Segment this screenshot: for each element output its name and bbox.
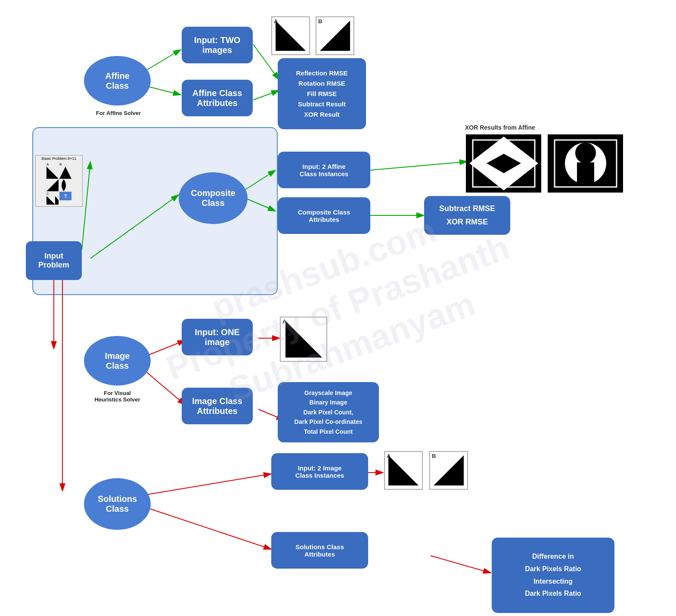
image-a-top: A — [271, 16, 310, 55]
affine-attributes-result-box: Reflection RMSE Rotation RMSE Fill RMSE … — [278, 58, 366, 129]
image-b-top: B — [316, 16, 354, 55]
svg-point-38 — [575, 143, 596, 163]
svg-marker-26 — [47, 196, 55, 205]
subtract-xor-rmse-box: Subtract RMSE XOR RMSE — [424, 196, 510, 235]
image-a-single: A — [280, 317, 327, 362]
solutions-class-attributes-box: Solutions Class Attributes — [271, 532, 368, 569]
affine-class-box: Affine Class — [84, 56, 151, 106]
image-a-bottom: A — [384, 451, 423, 490]
input-problem-box: Input Problem — [26, 241, 82, 280]
affine-class-attributes-box: Affine Class Attributes — [182, 80, 253, 116]
svg-line-17 — [142, 368, 185, 405]
svg-line-21 — [142, 506, 271, 549]
xor-result-image-2 — [548, 134, 623, 193]
affine-class-sublabel: For Affine Solver — [90, 110, 146, 116]
xor-result-image-1 — [466, 134, 541, 193]
composite-class-attributes-box: Composite Class Attributes — [278, 197, 370, 234]
svg-line-23 — [431, 556, 491, 573]
composite-class-box: Composite Class — [179, 172, 248, 224]
solutions-class-box: Solutions Class — [84, 478, 151, 530]
svg-marker-40 — [285, 321, 322, 358]
svg-marker-30 — [320, 21, 350, 51]
svg-marker-29 — [276, 21, 306, 51]
basic-problem-preview: Basic Problem 8×11 A C B ? — [35, 155, 83, 207]
image-class-box: Image Class — [84, 336, 151, 386]
svg-rect-39 — [577, 162, 594, 186]
svg-marker-25 — [47, 179, 59, 191]
svg-marker-28 — [59, 167, 71, 179]
svg-line-20 — [142, 474, 271, 495]
svg-marker-42 — [434, 455, 464, 485]
svg-marker-27 — [55, 196, 59, 205]
svg-line-10 — [370, 162, 467, 170]
image-class-attributes-box: Image Class Attributes — [182, 388, 253, 424]
input-2affine-box: Input: 2 Affine Class Instances — [278, 152, 370, 188]
image-attributes-result-box: Grayscale Image Binary Image Dark Pixel … — [278, 382, 379, 442]
image-b-bottom: B — [429, 451, 468, 490]
input-one-image-box: Input: ONE image — [182, 319, 253, 355]
svg-line-7 — [253, 90, 279, 100]
svg-marker-41 — [388, 455, 419, 485]
input-two-images-box: Input: TWO images — [182, 27, 253, 63]
input-2image-box: Input: 2 Image Class Instances — [271, 453, 368, 490]
svg-marker-24 — [47, 167, 59, 179]
difference-dark-pixels-box: Difference in Dark Pixels Ratio Intersec… — [492, 538, 614, 613]
xor-results-label: XOR Results from Affine — [465, 124, 535, 131]
image-class-sublabel: For Visual Heuristics Solver — [86, 390, 149, 403]
